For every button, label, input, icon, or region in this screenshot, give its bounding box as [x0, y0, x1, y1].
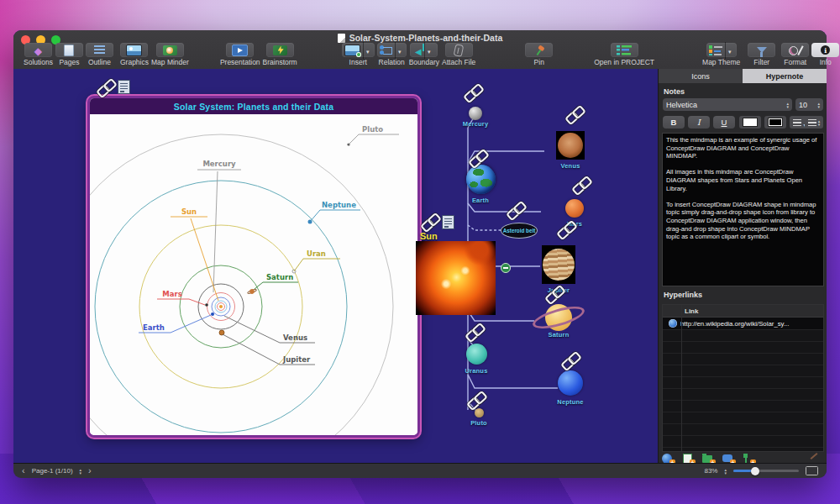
- mindmap-topic-saturn[interactable]: [532, 301, 585, 334]
- empty-row: [663, 389, 823, 401]
- embedded-diagram-frame[interactable]: Solar System: Planets and their Data: [87, 96, 420, 438]
- orbit-label-pluto: Pluto: [362, 125, 383, 134]
- alignment-button[interactable]: [805, 116, 823, 129]
- text-color-swatch[interactable]: [739, 116, 761, 129]
- orbit-label-venus: Venus: [283, 333, 307, 342]
- zoom-level: 83%: [704, 467, 717, 475]
- zoom-slider-handle[interactable]: [751, 467, 759, 475]
- info-panel: Icons Hypernote Notes Helvetica 10 B I U…: [658, 69, 827, 463]
- mindmap-topic-mercury[interactable]: [469, 107, 482, 120]
- notes-textarea[interactable]: This the mindmap is an example of synerg…: [662, 133, 824, 286]
- font-family-select[interactable]: Helvetica: [663, 98, 792, 111]
- tab-hypernote[interactable]: Hypernote: [743, 69, 827, 83]
- outline-icon: [94, 45, 105, 55]
- relation-icon: [380, 45, 392, 55]
- pages-icon: [64, 45, 74, 56]
- toolbar-button-map-theme[interactable]: Map Theme: [702, 43, 740, 66]
- toolbar-button-open-in-project[interactable]: Open in PROJECT: [594, 43, 654, 66]
- empty-row: [663, 365, 823, 377]
- previous-page-button[interactable]: ‹: [22, 465, 25, 477]
- toolbar-button-brainstorm[interactable]: Brainstorm: [263, 43, 297, 66]
- hyperlink-row[interactable]: http://en.wikipedia.org/wiki/Solar_sy...: [663, 318, 823, 330]
- hyperlink-chain-icon[interactable]: [573, 176, 590, 193]
- hyperlink-chain-icon[interactable]: [566, 106, 583, 123]
- toolbar-button-pages[interactable]: Pages: [55, 43, 83, 66]
- hyperlink-chain-icon[interactable]: [465, 84, 481, 101]
- hyperlinks-table[interactable]: Link http://en.wikipedia.org/wiki/Solar_…: [662, 304, 824, 452]
- hyperlink-chain-icon[interactable]: [97, 79, 114, 96]
- presentation-icon: [232, 45, 248, 56]
- hyperlink-chain-icon[interactable]: [468, 391, 485, 408]
- orbit-label-earth: Earth: [143, 323, 165, 332]
- toolbar-button-outline[interactable]: Outline: [86, 43, 113, 66]
- toolbar-button-pin[interactable]: Pin: [525, 43, 553, 66]
- mindmap-canvas[interactable]: Solar System: Planets and their Data: [13, 69, 658, 463]
- mindmap-topic-earth[interactable]: [466, 165, 496, 194]
- toolbar-button-format[interactable]: Format: [781, 43, 809, 66]
- hyperlink-chain-icon[interactable]: [466, 323, 483, 340]
- mindmap-root-sun[interactable]: [416, 241, 496, 315]
- mindmap-topic-uranus[interactable]: [466, 344, 487, 365]
- note-icon[interactable]: [442, 215, 454, 229]
- mindmap-topic-asteroid-belt[interactable]: Asteroid belt: [501, 223, 538, 239]
- insert-icon: [344, 45, 360, 56]
- toolbar-button-boundary[interactable]: Boundary: [409, 43, 439, 66]
- underline-button[interactable]: U: [713, 116, 735, 129]
- bold-button[interactable]: B: [663, 116, 685, 129]
- background-color-swatch[interactable]: [764, 116, 786, 129]
- orbit-diagram: Pluto Mercury Neptune Sun Uran Saturn Ma…: [90, 114, 417, 435]
- empty-row: [663, 377, 823, 389]
- window-header: Solar-System-Planets-and-their-Data Solu…: [13, 30, 827, 70]
- toolbar-button-solutions[interactable]: Solutions: [24, 43, 53, 66]
- solutions-icon: [34, 43, 42, 58]
- mindmap-topic-neptune[interactable]: [558, 370, 583, 396]
- empty-row: [663, 330, 823, 342]
- hyperlink-chain-icon[interactable]: [558, 221, 575, 238]
- list-icon: [793, 119, 801, 126]
- hyperlinks-header: Link: [663, 305, 823, 318]
- pin-icon: [532, 43, 547, 58]
- italic-button[interactable]: I: [688, 116, 710, 129]
- zoom-stepper[interactable]: [724, 468, 727, 475]
- brainstorm-icon: [273, 45, 287, 55]
- orbit-label-neptune: Neptune: [322, 201, 356, 209]
- notes-label: Notes: [664, 87, 685, 96]
- mindmap-topic-jupiter[interactable]: [542, 245, 575, 284]
- hyperlink-chain-icon[interactable]: [422, 213, 438, 230]
- next-page-button[interactable]: ›: [88, 465, 92, 477]
- collapse-button[interactable]: [501, 263, 511, 273]
- toolbar-button-insert[interactable]: Insert: [342, 43, 375, 66]
- globe-icon: [669, 319, 677, 328]
- orbit-label-uran: Uran: [307, 249, 326, 258]
- document-icon: [338, 34, 345, 43]
- toolbar-button-relation[interactable]: Relation: [377, 43, 407, 66]
- hyperlink-chain-icon[interactable]: [507, 202, 524, 218]
- toolbar-button-map-minder[interactable]: Map Minder: [151, 43, 189, 66]
- mindmap-topic-pluto[interactable]: [475, 408, 484, 417]
- toolbar-button-attach-file[interactable]: Attach File: [442, 43, 475, 66]
- topic-label-saturn: Saturn: [549, 331, 570, 339]
- font-size-select[interactable]: 10: [795, 98, 823, 111]
- toolbar-button-info[interactable]: Info: [811, 43, 839, 66]
- fit-screen-icon[interactable]: [806, 466, 818, 475]
- toolbar-button-presentation[interactable]: Presentation: [220, 43, 260, 66]
- empty-row: [663, 342, 823, 354]
- page-stepper[interactable]: [80, 468, 82, 475]
- hyperlink-chain-icon[interactable]: [546, 286, 563, 302]
- graphics-icon: [126, 45, 142, 56]
- empty-row: [663, 448, 823, 452]
- toolbar: Solutions Pages Outline Graphics Map Min…: [13, 43, 827, 69]
- mindmap-topic-venus[interactable]: [556, 131, 585, 160]
- orbit-label-mars: Mars: [162, 290, 181, 298]
- edit-pencil-icon[interactable]: [811, 453, 818, 459]
- toolbar-button-filter[interactable]: Filter: [748, 43, 775, 66]
- hyperlink-chain-icon[interactable]: [562, 352, 579, 369]
- mindmap-topic-mars[interactable]: [565, 199, 584, 218]
- chevron-down-icon: [725, 42, 734, 59]
- hyperlink-chain-icon[interactable]: [470, 150, 486, 166]
- topic-label-venus: Venus: [560, 162, 580, 170]
- toolbar-button-graphics[interactable]: Graphics: [120, 43, 149, 66]
- tab-icons[interactable]: Icons: [659, 69, 743, 83]
- zoom-slider[interactable]: [733, 470, 799, 472]
- note-icon[interactable]: [118, 80, 130, 94]
